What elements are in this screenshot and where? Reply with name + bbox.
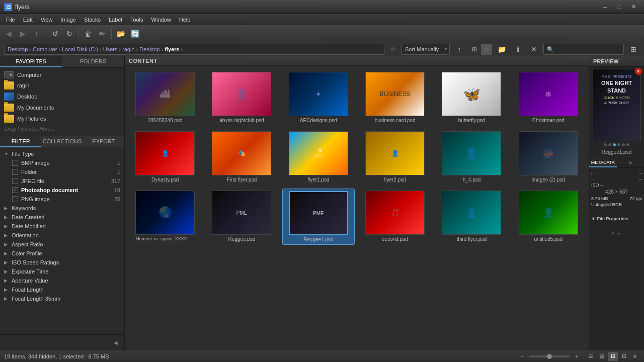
tab-favorites[interactable]: FAVORITES — [0, 56, 62, 67]
filter-tab-export[interactable]: EXPORT — [83, 136, 124, 147]
up-button[interactable]: ↑ — [30, 27, 43, 40]
preview-dot-6[interactable] — [626, 143, 629, 146]
menu-label[interactable]: Label — [105, 16, 126, 24]
filter-focal-35mm[interactable]: ▶ Focal Length 35mm — [0, 294, 124, 303]
zoom-slider[interactable] — [529, 355, 570, 357]
sort-dropdown[interactable]: Sort Manually By Name By Date — [401, 44, 450, 55]
filter-aspect-ratio[interactable]: ▶ Aspect Ratio — [0, 240, 124, 249]
breadcrumb-localdisk[interactable]: Local Disk (C:) — [62, 46, 98, 52]
filter-folder[interactable]: Folder 1 — [0, 167, 124, 176]
rotate-left-button[interactable]: ↺ — [49, 27, 62, 40]
breadcrumb-ragin[interactable]: ragin — [122, 46, 134, 52]
minimize-button[interactable]: ─ — [599, 3, 612, 12]
delete-toolbar-button[interactable]: ✕ — [527, 43, 540, 56]
filter-orientation[interactable]: ▶ Orientation — [0, 231, 124, 240]
filter-tab-collections[interactable]: COLLECTIONS — [41, 136, 83, 147]
fav-item-mypics[interactable]: My Pictures — [0, 113, 124, 124]
filter-aperture[interactable]: ▶ Aperture Value — [0, 276, 124, 285]
fav-item-ragin[interactable]: ragin — [0, 80, 124, 91]
menu-help[interactable]: Help — [175, 16, 195, 24]
menu-view[interactable]: View — [37, 16, 57, 24]
viewmode-list-button[interactable]: ☰ — [586, 352, 596, 361]
thumb-item-moment[interactable]: 🌏 Moment_in_space_XXXV_by_Funerium.psd — [129, 189, 201, 245]
filter-keywords[interactable]: ▶ Keywords — [0, 204, 124, 213]
fav-item-desktop[interactable]: Desktop — [0, 91, 124, 102]
view-list-button[interactable]: ☰ — [481, 44, 492, 55]
tab-metadata[interactable]: METADATA — [589, 158, 617, 167]
menu-tools[interactable]: Tools — [126, 16, 147, 24]
view-thumbnails-button[interactable]: ⊞ — [469, 44, 480, 55]
filter-collapse-button[interactable]: ◀ — [109, 336, 122, 349]
filter-psd[interactable]: ✓ Photoshop document 19 — [0, 186, 124, 195]
filter-color-profile[interactable]: ▶ Color Profile — [0, 249, 124, 258]
filter-filetype-header[interactable]: ▼ File Type — [0, 149, 124, 158]
filter-exposure[interactable]: ▶ Exposure Time — [0, 267, 124, 276]
thumb-item-flyer1[interactable]: 🏖 flyer1.psd — [282, 129, 355, 185]
menu-edit[interactable]: Edit — [19, 16, 37, 24]
tab-s[interactable]: S — [617, 158, 645, 167]
thumb-item-butterfly[interactable]: 🦋 butterfly.psd — [435, 70, 508, 125]
filter-png[interactable]: PNG image 25 — [0, 195, 124, 204]
delete-button[interactable]: 🗑 — [82, 27, 95, 40]
breadcrumb-desktop[interactable]: Desktop — [8, 46, 28, 52]
bmp-checkbox[interactable] — [12, 160, 18, 166]
sort-asc-button[interactable]: ↑ — [453, 43, 466, 56]
back-button[interactable]: ◀ — [2, 27, 15, 40]
thumb-item-christmas[interactable]: ❄ Christmas.psd — [512, 70, 585, 125]
zoom-handle[interactable] — [547, 354, 552, 359]
filter-iso-speed[interactable]: ▶ ISO Speed Ratings — [0, 258, 124, 267]
thumb-item-dynasty[interactable]: 👤 Dynasty.psd — [129, 129, 201, 185]
rotate-right-button[interactable]: ↻ — [63, 27, 76, 40]
maximize-button[interactable]: □ — [613, 3, 626, 12]
jpeg-checkbox[interactable] — [12, 178, 18, 184]
close-preview-button[interactable]: ✕ — [635, 68, 642, 75]
info-button[interactable]: ℹ — [511, 43, 524, 56]
thumb-item-images2[interactable]: 🌉 images (2).psd — [512, 129, 585, 185]
filter-focal-length[interactable]: ▶ Focal Length — [0, 285, 124, 294]
viewmode-details-button[interactable]: ≡ — [630, 352, 640, 361]
viewmode-large-button[interactable]: ⊟ — [619, 352, 629, 361]
zoom-out-button[interactable]: − — [517, 352, 527, 361]
menu-stacks[interactable]: Stacks — [80, 16, 105, 24]
filter-date-created[interactable]: ▶ Date Created — [0, 213, 124, 222]
search-input[interactable] — [547, 46, 620, 52]
menu-window[interactable]: Window — [147, 16, 175, 24]
thumb-item-thirdflyer[interactable]: 👤 third flyer.psd — [435, 189, 508, 245]
thumb-item-reggee1[interactable]: PME Reggee1.psd — [282, 189, 355, 245]
png-checkbox[interactable] — [12, 196, 18, 202]
psd-checkbox[interactable]: ✓ — [12, 187, 18, 193]
breadcrumb-computer[interactable]: Computer — [33, 46, 57, 52]
preview-dot-5[interactable] — [622, 143, 625, 146]
menu-file[interactable]: File — [2, 16, 19, 24]
folder-checkbox[interactable] — [12, 169, 18, 175]
breadcrumb-users[interactable]: Users — [103, 46, 118, 52]
favorite-button[interactable]: ☆ — [387, 44, 398, 55]
refresh-button[interactable]: 🔄 — [128, 27, 141, 40]
preview-dot-1[interactable] — [604, 143, 607, 146]
viewmode-grid-button[interactable]: ⊞ — [608, 352, 618, 361]
thumb-item-285458348[interactable]: 🏙 285458348.psd — [129, 70, 201, 125]
rename-button[interactable]: ✏ — [96, 27, 109, 40]
filter-date-modified[interactable]: ▶ Date Modified — [0, 222, 124, 231]
thumb-item-h4[interactable]: 👤 h_4.psd — [435, 129, 508, 185]
thumb-item-untitled5[interactable]: 👤 untitled5.psd — [512, 189, 585, 245]
preview-dot-4[interactable] — [617, 143, 620, 146]
thumb-item-bizcard[interactable]: BUSINESS business card.psd — [359, 70, 431, 125]
breadcrumb-flyers[interactable]: flyers — [165, 46, 179, 52]
filter-tab-filter[interactable]: FILTER — [0, 136, 41, 147]
zoom-in-button[interactable]: + — [572, 352, 582, 361]
thumb-item-abyss[interactable]: 👤 abyss-nightclub.psd — [205, 70, 278, 125]
viewmode-compact-button[interactable]: ▤ — [597, 352, 607, 361]
search-box[interactable] — [543, 44, 624, 55]
fav-item-mydocs[interactable]: My Documents — [0, 102, 124, 113]
preview-dot-2[interactable] — [608, 143, 611, 146]
preview-dot-3[interactable] — [613, 143, 616, 146]
fav-item-computer[interactable]: Computer — [0, 70, 124, 80]
breadcrumb[interactable]: Desktop › Computer › Local Disk (C:) › U… — [4, 44, 384, 55]
search-expand-button[interactable]: ⊞ — [627, 43, 640, 56]
close-button[interactable]: ✕ — [627, 3, 640, 12]
thumb-item-flyer2[interactable]: 👤 flyer2.psd — [359, 129, 431, 185]
forward-button[interactable]: ▶ — [16, 27, 29, 40]
thumb-item-aec[interactable]: ✦ AECdesigns.psd — [282, 70, 355, 125]
breadcrumb-desktop2[interactable]: Desktop — [139, 46, 159, 52]
